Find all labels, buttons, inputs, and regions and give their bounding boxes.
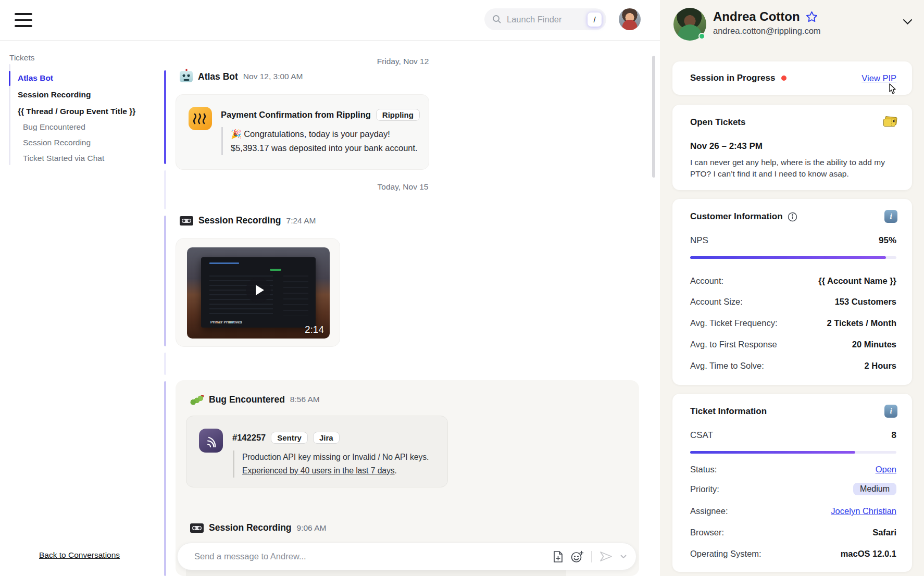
csat-progress-track bbox=[690, 451, 896, 454]
sentry-badge[interactable]: Sentry bbox=[271, 432, 308, 444]
account-row: Account:{{ Account Name }} bbox=[690, 276, 896, 286]
nps-value: 95% bbox=[879, 235, 896, 246]
video-duration: 2:14 bbox=[305, 324, 324, 335]
sidebar-item-bug-encountered[interactable]: Bug Encountered bbox=[23, 121, 85, 133]
browser-row: Browser:Safari bbox=[690, 528, 896, 537]
ticket-information-card: Ticket Information i CSAT 8 Status: Open… bbox=[672, 394, 912, 572]
message-composer[interactable] bbox=[177, 543, 636, 570]
sentry-logo bbox=[199, 429, 223, 453]
view-pip-link[interactable]: View PIP bbox=[861, 73, 896, 83]
bug-ticket-card[interactable]: #142257 Sentry Jira Production API key m… bbox=[186, 416, 448, 487]
message-time: Nov 12, 3:00 AM bbox=[243, 72, 303, 81]
nps-label: NPS bbox=[690, 235, 708, 246]
session-card-title: Session in Progress bbox=[690, 73, 775, 83]
add-emoji-icon[interactable] bbox=[571, 550, 584, 563]
message-sender: Atlas Bot bbox=[198, 71, 238, 82]
bug-impact-link[interactable]: Experienced by 40 users in the last 7 da… bbox=[242, 466, 395, 475]
message-input[interactable] bbox=[194, 552, 553, 561]
app-window: / Tickets Atlas Bot Session Recording {{… bbox=[0, 0, 924, 576]
message-header-session-recording-2: Session Recording 9:06 AM bbox=[190, 522, 326, 533]
menu-icon[interactable] bbox=[15, 13, 32, 27]
assignee-row: Assignee: Jocelyn Christian bbox=[690, 506, 896, 516]
attach-file-icon[interactable] bbox=[553, 550, 564, 563]
bug-ticket-id: #142257 bbox=[232, 433, 266, 443]
message-header-atlas-bot: Atlas Bot Nov 12, 3:00 AM bbox=[180, 71, 303, 82]
tickets-section-label: Tickets bbox=[9, 53, 35, 62]
search-input[interactable] bbox=[507, 15, 588, 24]
ticket-timestamp: Nov 26 – 2:43 PM bbox=[690, 141, 763, 152]
video-thumbnail[interactable]: Primer Primitives 2:14 bbox=[187, 247, 330, 339]
message-sender: Session Recording bbox=[209, 522, 292, 533]
launch-finder-search[interactable]: / bbox=[484, 8, 606, 30]
chat-scrollbar[interactable] bbox=[652, 56, 655, 178]
customer-information-card: Customer Information i NPS 95% Account:{… bbox=[672, 199, 912, 385]
search-icon bbox=[492, 15, 502, 24]
collapse-panel-chevron-icon[interactable] bbox=[903, 19, 913, 25]
send-icon[interactable] bbox=[599, 550, 613, 562]
cursor-pointer-icon bbox=[886, 83, 897, 96]
account-size-row: Account Size:153 Customers bbox=[690, 297, 896, 307]
message-sender: Bug Encountered bbox=[209, 394, 285, 405]
vhs-tape-icon bbox=[190, 523, 204, 533]
favorite-star-icon[interactable] bbox=[806, 11, 818, 22]
ticket-frequency-row: Avg. Ticket Frequency:2 Tickets / Month bbox=[690, 318, 896, 328]
nps-progress-track bbox=[690, 256, 896, 259]
payment-card-title: Payment Confirmation from Rippling bbox=[221, 110, 371, 120]
sidebar-item-session-recording[interactable]: Session Recording bbox=[18, 89, 91, 101]
sidebar-item-ticket-started[interactable]: Ticket Started via Chat bbox=[23, 153, 104, 164]
csat-label: CSAT bbox=[690, 430, 713, 441]
robot-icon bbox=[180, 71, 193, 82]
payment-confirmation-card[interactable]: Payment Confirmation from Rippling Rippl… bbox=[176, 94, 429, 170]
message-time: 7:24 AM bbox=[286, 216, 316, 226]
customer-email: andrea.cotton@rippling.com bbox=[713, 26, 821, 36]
sidebar-item-atlas-bot[interactable]: Atlas Bot bbox=[18, 72, 53, 84]
play-button[interactable] bbox=[246, 278, 271, 303]
back-to-conversations-link[interactable]: Back to Conversations bbox=[39, 550, 120, 560]
top-bar: / bbox=[0, 0, 660, 41]
bug-description: Production API key missing or Invalid / … bbox=[233, 450, 429, 478]
open-tickets-title: Open Tickets bbox=[690, 117, 745, 128]
ticket-message: I can never get any help, where is the a… bbox=[690, 157, 885, 180]
agent-avatar[interactable] bbox=[619, 8, 641, 30]
message-time: 8:56 AM bbox=[290, 395, 320, 404]
customer-name: Andrea Cotton bbox=[713, 9, 800, 24]
nps-progress-fill bbox=[690, 256, 886, 259]
rippling-logo bbox=[189, 107, 212, 130]
online-status-dot bbox=[698, 33, 705, 40]
status-open-link[interactable]: Open bbox=[876, 465, 896, 474]
thread-rail-segment bbox=[164, 353, 166, 375]
date-divider: Today, Nov 15 bbox=[176, 182, 630, 192]
thread-rail-segment bbox=[164, 381, 166, 576]
time-to-solve-row: Avg. Time to Solve:2 Hours bbox=[690, 361, 896, 371]
session-in-progress-card: Session in Progress View PIP bbox=[672, 61, 912, 95]
sidebar-active-indicator bbox=[9, 71, 10, 86]
message-sender: Session Recording bbox=[198, 215, 281, 226]
priority-row: Priority: Medium bbox=[690, 483, 896, 495]
video-caption: Primer Primitives bbox=[210, 320, 242, 324]
vhs-tape-icon bbox=[180, 216, 193, 226]
message-header-session-recording: Session Recording 7:24 AM bbox=[180, 215, 316, 226]
customer-info-title: Customer Information bbox=[690, 211, 783, 222]
sidebar-item-session-recording-2[interactable]: Session Recording bbox=[23, 137, 91, 148]
csat-value: 8 bbox=[892, 430, 896, 441]
priority-badge[interactable]: Medium bbox=[853, 483, 896, 495]
thread-rail-segment bbox=[164, 70, 166, 164]
customer-panel: Andrea Cotton andrea.cotton@rippling.com… bbox=[660, 0, 924, 576]
recording-status-dot bbox=[781, 76, 786, 81]
open-tickets-card: Open Tickets Nov 26 – 2:43 PM I can neve… bbox=[672, 105, 912, 190]
thread-rail-segment bbox=[164, 216, 166, 346]
message-time: 9:06 AM bbox=[297, 523, 327, 533]
rippling-badge[interactable]: Rippling bbox=[376, 109, 420, 121]
jira-badge[interactable]: Jira bbox=[313, 432, 340, 444]
status-row: Status: Open bbox=[690, 465, 896, 474]
caterpillar-icon bbox=[190, 394, 204, 405]
csat-progress-fill bbox=[690, 451, 855, 454]
payment-message: 🎉 Congratulations, today is your payday!… bbox=[221, 127, 418, 155]
ticket-info-title: Ticket Information bbox=[690, 406, 767, 417]
send-options-chevron-icon[interactable] bbox=[620, 555, 627, 559]
info-badge-icon: i bbox=[884, 210, 897, 223]
thread-rail-segment bbox=[164, 170, 166, 209]
sidebar-item-thread-title[interactable]: {{ Thread / Group Event Title }} bbox=[18, 106, 135, 117]
assignee-link[interactable]: Jocelyn Christian bbox=[831, 506, 896, 516]
info-circle-icon[interactable] bbox=[788, 212, 797, 222]
